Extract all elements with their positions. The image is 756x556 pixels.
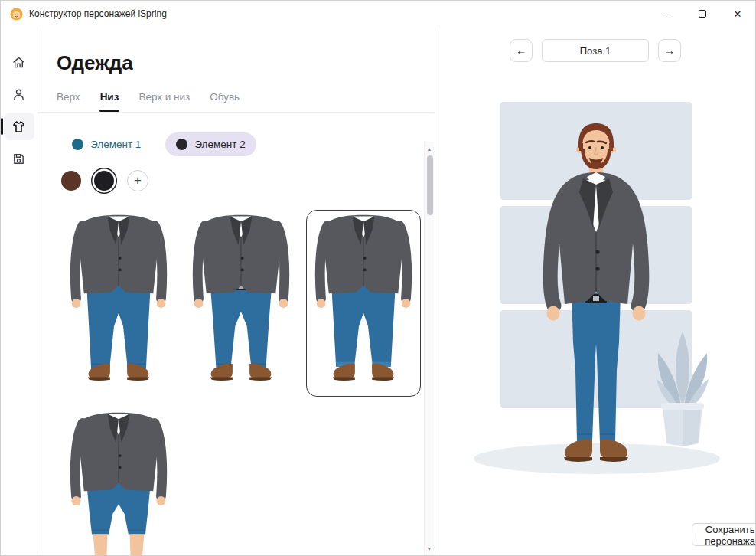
maximize-button[interactable] xyxy=(685,1,720,27)
element-1-label: Элемент 1 xyxy=(90,139,141,150)
clothing-content: Элемент 1 Элемент 2 + xyxy=(38,113,434,555)
clothing-tabs: Верх Низ Верх и низ Обувь xyxy=(57,91,434,112)
scrollbar-thumb[interactable] xyxy=(427,155,433,215)
element-2-label: Элемент 2 xyxy=(194,139,245,150)
add-color-button[interactable]: + xyxy=(127,170,148,191)
color-swatch-black-selected[interactable] xyxy=(94,171,114,191)
preview-panel: ← Поза 1 → xyxy=(435,27,755,555)
element-1-chip[interactable]: Элемент 1 xyxy=(61,132,152,156)
outfit-option-jeans-3-selected[interactable] xyxy=(306,210,421,397)
title-bar: Конструктор персонажей iSpring — ✕ xyxy=(1,1,755,27)
app-window: Конструктор персонажей iSpring — ✕ xyxy=(0,0,756,556)
outfit-shorts-1-art xyxy=(70,412,168,555)
color-swatch-brown[interactable] xyxy=(61,171,81,191)
minimize-button[interactable]: — xyxy=(650,1,685,27)
sidebar-item-characters[interactable] xyxy=(4,80,34,108)
sidebar-item-save[interactable] xyxy=(4,145,34,172)
tab-top[interactable]: Верх xyxy=(57,91,80,112)
sidebar-item-home[interactable] xyxy=(4,48,34,76)
pose-navigation: ← Поза 1 → xyxy=(435,39,755,62)
clothing-icon xyxy=(11,119,27,135)
element-1-color-dot xyxy=(72,139,83,150)
element-2-color-dot xyxy=(176,139,187,150)
arrow-right-icon: → xyxy=(664,44,675,57)
sidebar-item-clothing[interactable] xyxy=(4,113,34,140)
tab-shoes[interactable]: Обувь xyxy=(210,91,240,112)
outfit-thumbnails xyxy=(61,210,422,555)
next-pose-button[interactable]: → xyxy=(658,39,681,62)
app-logo-icon xyxy=(10,8,23,21)
character-preview xyxy=(504,114,688,474)
outfit-option-jeans-1[interactable] xyxy=(61,210,176,397)
scroll-up-icon[interactable]: ▲ xyxy=(425,143,434,154)
tab-top-and-bottom[interactable]: Верх и низ xyxy=(138,91,190,112)
outfit-jeans-2-art xyxy=(192,214,290,392)
clothing-panel: Одежда Верх Низ Верх и низ Обувь Элемент… xyxy=(38,27,434,555)
outfit-option-shorts-1[interactable] xyxy=(61,407,176,555)
save-icon xyxy=(11,151,27,167)
person-icon xyxy=(11,87,27,103)
page-title: Одежда xyxy=(57,50,434,76)
outfit-option-jeans-2[interactable] xyxy=(184,210,298,397)
pose-selector[interactable]: Поза 1 xyxy=(542,39,649,62)
close-button[interactable]: ✕ xyxy=(720,1,755,27)
arrow-left-icon: ← xyxy=(516,44,526,57)
outfit-jeans-3-art xyxy=(314,214,412,392)
element-2-chip[interactable]: Элемент 2 xyxy=(165,132,256,156)
home-icon xyxy=(11,54,27,70)
sidebar xyxy=(1,27,37,555)
tab-bottom[interactable]: Низ xyxy=(100,91,119,112)
element-chips: Элемент 1 Элемент 2 xyxy=(61,132,423,156)
maximize-icon xyxy=(699,10,706,18)
save-character-button[interactable]: Сохранить персонажа xyxy=(692,523,756,546)
close-icon: ✕ xyxy=(734,8,742,20)
preview-stage xyxy=(435,76,755,512)
minimize-icon: — xyxy=(663,8,673,20)
color-swatches: + xyxy=(61,170,423,191)
plus-icon: + xyxy=(134,173,142,188)
previous-pose-button[interactable]: ← xyxy=(510,39,533,62)
outfit-jeans-1-art xyxy=(70,214,168,392)
scroll-down-icon[interactable]: ▼ xyxy=(425,543,434,554)
window-title: Конструктор персонажей iSpring xyxy=(29,8,167,19)
scrollbar[interactable]: ▲ ▼ xyxy=(424,142,434,555)
